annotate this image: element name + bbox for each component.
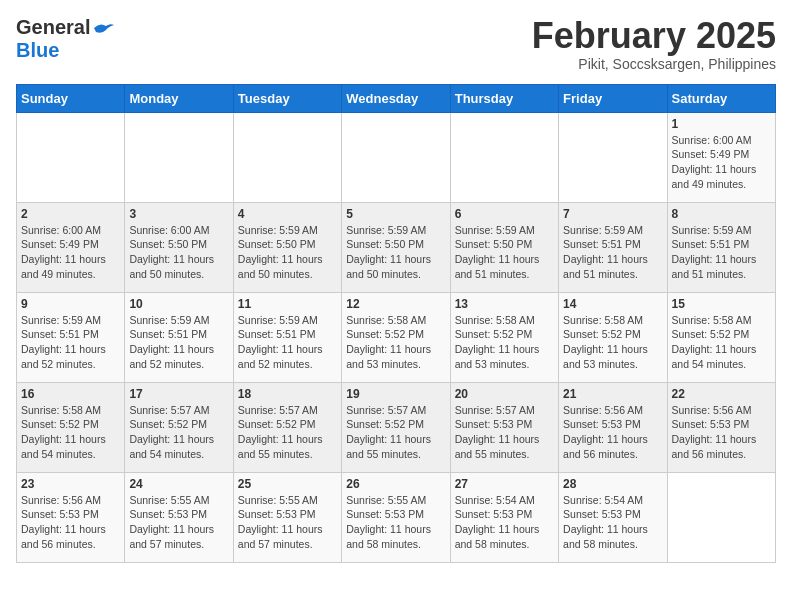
- day-number: 22: [672, 387, 771, 401]
- day-number: 1: [672, 117, 771, 131]
- calendar-cell: 27Sunrise: 5:54 AMSunset: 5:53 PMDayligh…: [450, 472, 558, 562]
- calendar-cell: 16Sunrise: 5:58 AMSunset: 5:52 PMDayligh…: [17, 382, 125, 472]
- day-number: 13: [455, 297, 554, 311]
- day-number: 20: [455, 387, 554, 401]
- header-saturday: Saturday: [667, 84, 775, 112]
- day-number: 24: [129, 477, 228, 491]
- day-info: Sunrise: 5:59 AMSunset: 5:50 PMDaylight:…: [455, 223, 554, 282]
- day-number: 8: [672, 207, 771, 221]
- day-number: 28: [563, 477, 662, 491]
- day-info: Sunrise: 5:55 AMSunset: 5:53 PMDaylight:…: [129, 493, 228, 552]
- page-header: General Blue February 2025 Pikit, Soccsk…: [16, 16, 776, 72]
- calendar-cell: 17Sunrise: 5:57 AMSunset: 5:52 PMDayligh…: [125, 382, 233, 472]
- day-number: 7: [563, 207, 662, 221]
- title-section: February 2025 Pikit, Soccsksargen, Phili…: [532, 16, 776, 72]
- calendar-cell: 19Sunrise: 5:57 AMSunset: 5:52 PMDayligh…: [342, 382, 450, 472]
- day-number: 18: [238, 387, 337, 401]
- calendar-week-3: 16Sunrise: 5:58 AMSunset: 5:52 PMDayligh…: [17, 382, 776, 472]
- calendar-cell: 18Sunrise: 5:57 AMSunset: 5:52 PMDayligh…: [233, 382, 341, 472]
- calendar-cell: 8Sunrise: 5:59 AMSunset: 5:51 PMDaylight…: [667, 202, 775, 292]
- calendar-cell: 11Sunrise: 5:59 AMSunset: 5:51 PMDayligh…: [233, 292, 341, 382]
- day-info: Sunrise: 5:59 AMSunset: 5:51 PMDaylight:…: [129, 313, 228, 372]
- calendar-cell: 26Sunrise: 5:55 AMSunset: 5:53 PMDayligh…: [342, 472, 450, 562]
- day-info: Sunrise: 5:59 AMSunset: 5:51 PMDaylight:…: [672, 223, 771, 282]
- calendar-week-0: 1Sunrise: 6:00 AMSunset: 5:49 PMDaylight…: [17, 112, 776, 202]
- day-number: 16: [21, 387, 120, 401]
- calendar-cell: 5Sunrise: 5:59 AMSunset: 5:50 PMDaylight…: [342, 202, 450, 292]
- calendar-week-1: 2Sunrise: 6:00 AMSunset: 5:49 PMDaylight…: [17, 202, 776, 292]
- header-tuesday: Tuesday: [233, 84, 341, 112]
- location: Pikit, Soccsksargen, Philippines: [532, 56, 776, 72]
- day-info: Sunrise: 5:59 AMSunset: 5:50 PMDaylight:…: [238, 223, 337, 282]
- logo-blue-text: Blue: [16, 39, 59, 62]
- calendar-cell: [125, 112, 233, 202]
- calendar-header-row: SundayMondayTuesdayWednesdayThursdayFrid…: [17, 84, 776, 112]
- calendar-cell: 15Sunrise: 5:58 AMSunset: 5:52 PMDayligh…: [667, 292, 775, 382]
- calendar-week-2: 9Sunrise: 5:59 AMSunset: 5:51 PMDaylight…: [17, 292, 776, 382]
- calendar-cell: 4Sunrise: 5:59 AMSunset: 5:50 PMDaylight…: [233, 202, 341, 292]
- day-number: 19: [346, 387, 445, 401]
- day-number: 11: [238, 297, 337, 311]
- day-info: Sunrise: 5:59 AMSunset: 5:51 PMDaylight:…: [238, 313, 337, 372]
- day-info: Sunrise: 5:57 AMSunset: 5:52 PMDaylight:…: [129, 403, 228, 462]
- calendar-cell: 2Sunrise: 6:00 AMSunset: 5:49 PMDaylight…: [17, 202, 125, 292]
- day-number: 5: [346, 207, 445, 221]
- calendar-cell: [559, 112, 667, 202]
- day-number: 12: [346, 297, 445, 311]
- day-info: Sunrise: 5:55 AMSunset: 5:53 PMDaylight:…: [346, 493, 445, 552]
- day-number: 26: [346, 477, 445, 491]
- day-number: 17: [129, 387, 228, 401]
- calendar-cell: [17, 112, 125, 202]
- day-number: 6: [455, 207, 554, 221]
- day-number: 2: [21, 207, 120, 221]
- day-info: Sunrise: 5:58 AMSunset: 5:52 PMDaylight:…: [563, 313, 662, 372]
- calendar-cell: 13Sunrise: 5:58 AMSunset: 5:52 PMDayligh…: [450, 292, 558, 382]
- day-info: Sunrise: 5:59 AMSunset: 5:51 PMDaylight:…: [563, 223, 662, 282]
- logo-text: General: [16, 16, 114, 39]
- day-number: 23: [21, 477, 120, 491]
- calendar-cell: 28Sunrise: 5:54 AMSunset: 5:53 PMDayligh…: [559, 472, 667, 562]
- day-info: Sunrise: 5:58 AMSunset: 5:52 PMDaylight:…: [346, 313, 445, 372]
- day-info: Sunrise: 5:55 AMSunset: 5:53 PMDaylight:…: [238, 493, 337, 552]
- calendar-body: 1Sunrise: 6:00 AMSunset: 5:49 PMDaylight…: [17, 112, 776, 562]
- day-info: Sunrise: 6:00 AMSunset: 5:50 PMDaylight:…: [129, 223, 228, 282]
- day-info: Sunrise: 5:56 AMSunset: 5:53 PMDaylight:…: [563, 403, 662, 462]
- header-thursday: Thursday: [450, 84, 558, 112]
- calendar-cell: 12Sunrise: 5:58 AMSunset: 5:52 PMDayligh…: [342, 292, 450, 382]
- logo-general: General: [16, 16, 90, 39]
- calendar-cell: 21Sunrise: 5:56 AMSunset: 5:53 PMDayligh…: [559, 382, 667, 472]
- day-info: Sunrise: 5:59 AMSunset: 5:50 PMDaylight:…: [346, 223, 445, 282]
- day-info: Sunrise: 5:54 AMSunset: 5:53 PMDaylight:…: [563, 493, 662, 552]
- day-info: Sunrise: 5:57 AMSunset: 5:53 PMDaylight:…: [455, 403, 554, 462]
- month-title: February 2025: [532, 16, 776, 56]
- calendar-cell: 3Sunrise: 6:00 AMSunset: 5:50 PMDaylight…: [125, 202, 233, 292]
- day-info: Sunrise: 6:00 AMSunset: 5:49 PMDaylight:…: [672, 133, 771, 192]
- calendar-cell: 14Sunrise: 5:58 AMSunset: 5:52 PMDayligh…: [559, 292, 667, 382]
- day-info: Sunrise: 5:58 AMSunset: 5:52 PMDaylight:…: [672, 313, 771, 372]
- calendar-cell: 7Sunrise: 5:59 AMSunset: 5:51 PMDaylight…: [559, 202, 667, 292]
- calendar-cell: 1Sunrise: 6:00 AMSunset: 5:49 PMDaylight…: [667, 112, 775, 202]
- calendar-cell: 9Sunrise: 5:59 AMSunset: 5:51 PMDaylight…: [17, 292, 125, 382]
- day-info: Sunrise: 5:58 AMSunset: 5:52 PMDaylight:…: [455, 313, 554, 372]
- header-friday: Friday: [559, 84, 667, 112]
- day-info: Sunrise: 5:57 AMSunset: 5:52 PMDaylight:…: [346, 403, 445, 462]
- calendar-cell: 22Sunrise: 5:56 AMSunset: 5:53 PMDayligh…: [667, 382, 775, 472]
- day-info: Sunrise: 5:58 AMSunset: 5:52 PMDaylight:…: [21, 403, 120, 462]
- day-number: 9: [21, 297, 120, 311]
- day-info: Sunrise: 5:56 AMSunset: 5:53 PMDaylight:…: [21, 493, 120, 552]
- calendar-cell: 25Sunrise: 5:55 AMSunset: 5:53 PMDayligh…: [233, 472, 341, 562]
- calendar-cell: [342, 112, 450, 202]
- day-number: 14: [563, 297, 662, 311]
- calendar-table: SundayMondayTuesdayWednesdayThursdayFrid…: [16, 84, 776, 563]
- logo: General Blue: [16, 16, 114, 62]
- calendar-cell: [667, 472, 775, 562]
- header-sunday: Sunday: [17, 84, 125, 112]
- calendar-cell: 10Sunrise: 5:59 AMSunset: 5:51 PMDayligh…: [125, 292, 233, 382]
- calendar-cell: 6Sunrise: 5:59 AMSunset: 5:50 PMDaylight…: [450, 202, 558, 292]
- day-info: Sunrise: 5:54 AMSunset: 5:53 PMDaylight:…: [455, 493, 554, 552]
- calendar-week-4: 23Sunrise: 5:56 AMSunset: 5:53 PMDayligh…: [17, 472, 776, 562]
- day-number: 21: [563, 387, 662, 401]
- calendar-cell: 24Sunrise: 5:55 AMSunset: 5:53 PMDayligh…: [125, 472, 233, 562]
- day-number: 15: [672, 297, 771, 311]
- logo-bird-icon: [92, 20, 114, 36]
